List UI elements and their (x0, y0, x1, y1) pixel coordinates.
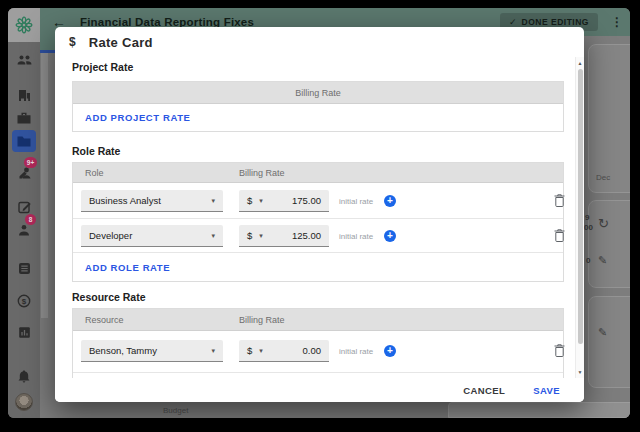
role-select[interactable]: Business Analyst ▾ (81, 190, 223, 212)
group-icon (17, 54, 32, 66)
role-rate-row: Developer ▾ $ ▾ 125.00 initial rate + (73, 219, 563, 253)
background-clipped-value: 00 (584, 223, 593, 232)
person-icon (18, 224, 30, 236)
project-rate-table: Billing Rate ADD PROJECT RATE (72, 81, 564, 132)
report-icon (18, 326, 31, 339)
svg-text:$: $ (22, 297, 27, 306)
role-rate-table-header: Role Billing Rate (73, 163, 563, 183)
modal-scrollbar-thumb[interactable] (578, 69, 583, 344)
sidebar-item-reports[interactable] (8, 320, 40, 344)
role-select[interactable]: Developer ▾ (81, 225, 223, 247)
refresh-icon: ↻ (598, 216, 609, 231)
resource-select[interactable]: Benson, Tammy ▾ (81, 340, 223, 362)
scroll-down-icon[interactable]: ▼ (576, 369, 584, 375)
add-initial-rate-button[interactable]: + (384, 195, 396, 207)
background-clipped-value: 0 (586, 256, 590, 265)
add-project-rate-button[interactable]: ADD PROJECT RATE (73, 104, 563, 131)
delete-row-button[interactable] (554, 229, 565, 242)
chevron-down-icon: ▾ (211, 232, 215, 240)
background-bottom-strip: Budget (40, 402, 630, 418)
sidebar-item-rates[interactable]: $ (8, 289, 40, 313)
tasks-badge: 9+ (24, 157, 37, 168)
project-rate-heading: Project Rate (72, 61, 133, 73)
column-role: Role (73, 168, 239, 178)
initial-rate-label: initial rate (339, 232, 373, 241)
column-billing-rate: Billing Rate (295, 88, 341, 98)
project-rate-table-header: Billing Rate (73, 82, 563, 104)
chevron-down-icon: ▾ (211, 197, 215, 205)
user-avatar[interactable] (15, 393, 33, 411)
trash-icon (554, 229, 565, 242)
sidebar: 9+ 8 $ (8, 8, 40, 418)
sidebar-item-work[interactable] (8, 106, 40, 130)
background-summary-card (588, 200, 630, 288)
list-icon (18, 262, 31, 275)
background-card (588, 296, 630, 388)
billing-rate-field[interactable]: $ ▾ 125.00 (239, 225, 329, 247)
billing-rate-field[interactable]: $ ▾ 175.00 (239, 190, 329, 212)
sidebar-item-edit[interactable] (8, 194, 40, 218)
sidebar-item-notifications[interactable] (8, 364, 40, 388)
kebab-menu-icon[interactable]: ⋮ (611, 15, 623, 29)
role-rate-table: Role Billing Rate Business Analyst ▾ $ ▾… (72, 162, 564, 282)
background-budget-label: Budget (163, 406, 188, 415)
rate-card-modal: $ Rate Card Project Rate Billing Rate AD… (55, 27, 584, 402)
scroll-up-icon[interactable]: ▲ (576, 60, 584, 66)
folder-icon (17, 136, 31, 147)
add-initial-rate-button[interactable]: + (384, 345, 396, 357)
delete-row-button[interactable] (554, 344, 565, 357)
trash-icon (554, 194, 565, 207)
sidebar-item-projects-selected[interactable] (12, 130, 36, 152)
pencil-icon: ✎ (598, 254, 607, 267)
background-month-label: Dec (596, 173, 610, 182)
cancel-button[interactable]: CANCEL (463, 385, 505, 396)
background-active-tab-indicator (40, 36, 55, 53)
background-clipped-value: 9 (585, 213, 589, 222)
trash-icon (554, 344, 565, 357)
column-resource: Resource (73, 315, 239, 325)
building-icon (18, 89, 31, 102)
modal-title-row: $ Rate Card (55, 27, 584, 57)
background-panel (448, 402, 630, 418)
resource-rate-table: Resource Billing Rate Benson, Tammy ▾ $ … (72, 308, 564, 380)
add-role-rate-button[interactable]: ADD ROLE RATE (73, 253, 563, 281)
bell-icon (18, 370, 30, 383)
delete-row-button[interactable] (554, 194, 565, 207)
save-button[interactable]: SAVE (533, 385, 560, 396)
members-badge: 8 (25, 214, 36, 225)
app-window: Dec 9 00 ↻ 0 ✎ ✎ Budget ← Financial Data… (8, 8, 630, 418)
check-icon: ✓ (509, 17, 517, 27)
add-initial-rate-button[interactable]: + (384, 230, 396, 242)
initial-rate-label: initial rate (339, 347, 373, 356)
resource-rate-row: Benson, Tammy ▾ $ ▾ 0.00 initial rate + (73, 331, 563, 373)
background-chart-card (588, 44, 630, 193)
done-editing-label: DONE EDITING (522, 17, 589, 27)
role-rate-row: Business Analyst ▾ $ ▾ 175.00 initial ra… (73, 183, 563, 219)
app-logo[interactable] (8, 8, 40, 42)
column-billing-rate: Billing Rate (239, 315, 285, 325)
briefcase-icon (17, 112, 31, 124)
dollar-circle-icon: $ (17, 294, 31, 308)
resource-rate-heading: Resource Rate (72, 291, 146, 303)
modal-scrollbar[interactable]: ▲ ▼ (575, 57, 584, 378)
sidebar-item-people[interactable] (8, 48, 40, 72)
role-rate-heading: Role Rate (72, 145, 120, 157)
chevron-down-icon: ▾ (211, 347, 215, 355)
modal-footer: CANCEL SAVE (55, 378, 584, 402)
background-scroll-strip (41, 48, 48, 318)
billing-rate-field[interactable]: $ ▾ 0.00 (239, 340, 329, 362)
dollar-icon: $ (69, 35, 76, 49)
initial-rate-label: initial rate (339, 197, 373, 206)
edit-square-icon (18, 200, 31, 213)
sidebar-item-list[interactable] (8, 256, 40, 280)
resource-rate-table-header: Resource Billing Rate (73, 309, 563, 331)
modal-title: Rate Card (89, 35, 153, 50)
column-billing-rate: Billing Rate (239, 168, 285, 178)
pencil-icon: ✎ (598, 326, 607, 339)
sidebar-item-company[interactable] (8, 83, 40, 107)
flower-logo-icon (14, 15, 34, 35)
